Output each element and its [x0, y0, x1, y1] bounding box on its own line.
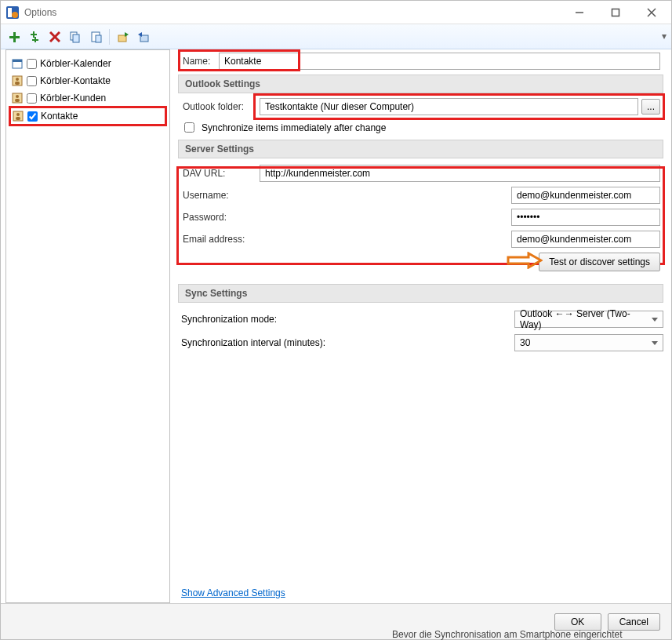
- svg-rect-1: [8, 8, 12, 17]
- tree-label: Kontakte: [41, 111, 78, 122]
- svg-rect-10: [31, 34, 37, 35]
- name-input[interactable]: [219, 53, 660, 70]
- tree-label: Körbler-Kalender: [40, 58, 111, 69]
- toolbar-copy-icon[interactable]: [67, 28, 84, 45]
- tree-item[interactable]: Körbler-Kontakte: [9, 72, 166, 89]
- toolbar: ▾: [1, 24, 671, 49]
- toolbar-overflow-icon[interactable]: ▾: [662, 31, 667, 42]
- email-input[interactable]: [511, 231, 660, 248]
- tree-item[interactable]: Körbler-Kunden: [9, 89, 166, 107]
- arrow-annotation-icon: [507, 252, 543, 269]
- section-outlook-header: Outlook Settings: [178, 75, 663, 93]
- window-title: Options: [24, 7, 56, 18]
- close-button[interactable]: [634, 2, 670, 24]
- tree-checkbox[interactable]: [27, 93, 37, 104]
- toolbar-separator: [109, 29, 110, 45]
- svg-rect-22: [13, 60, 22, 62]
- sync-mode-label: Synchronization mode:: [181, 314, 514, 325]
- ok-button[interactable]: OK: [554, 613, 601, 631]
- outlook-folder-label: Outlook folder:: [181, 101, 260, 112]
- toolbar-delete-icon[interactable]: [46, 28, 64, 45]
- minimize-button[interactable]: [561, 2, 598, 24]
- sync-immediate-checkbox[interactable]: [184, 122, 194, 133]
- contacts-icon: [11, 92, 24, 104]
- show-advanced-link[interactable]: Show Advanced Settings: [181, 587, 285, 598]
- dav-url-input[interactable]: [260, 165, 660, 182]
- toolbar-add-icon[interactable]: [5, 28, 23, 45]
- toolbar-import-icon[interactable]: [135, 28, 152, 45]
- section-sync-header: Sync Settings: [178, 284, 663, 303]
- dav-url-label: DAV URL:: [181, 168, 260, 179]
- tree-item-highlighted[interactable]: Kontakte: [9, 106, 167, 126]
- tree-checkbox[interactable]: [27, 111, 38, 122]
- svg-point-24: [16, 78, 19, 81]
- sync-interval-select[interactable]: 30: [514, 334, 663, 351]
- svg-point-27: [16, 95, 19, 98]
- sync-mode-select[interactable]: Outlook ←→ Server (Two-Way): [514, 311, 663, 328]
- titlebar: Options: [1, 1, 671, 24]
- toolbar-export-icon[interactable]: [114, 28, 132, 45]
- toolbar-paste-icon[interactable]: [87, 28, 104, 45]
- calendar-icon: [11, 57, 24, 70]
- svg-rect-16: [73, 35, 79, 42]
- svg-rect-4: [612, 9, 619, 16]
- email-label: Email address:: [181, 234, 260, 245]
- password-label: Password:: [181, 212, 260, 223]
- contacts-icon: [11, 75, 24, 87]
- maximize-button[interactable]: [598, 2, 634, 24]
- svg-rect-28: [15, 99, 20, 102]
- app-icon: [5, 5, 20, 20]
- username-input[interactable]: [511, 187, 660, 204]
- options-window: Options: [0, 0, 672, 640]
- svg-point-2: [12, 12, 18, 18]
- test-settings-button[interactable]: Test or discover settings: [539, 253, 660, 271]
- tree-checkbox[interactable]: [27, 59, 37, 69]
- password-input[interactable]: [511, 209, 660, 226]
- svg-point-30: [16, 113, 20, 116]
- svg-rect-31: [16, 117, 20, 120]
- svg-rect-18: [96, 35, 101, 42]
- cancel-button[interactable]: Cancel: [608, 613, 660, 631]
- name-label: Name:: [181, 56, 219, 67]
- username-label: Username:: [181, 190, 260, 201]
- body: Körbler-Kalender Körbler-Kontakte Körble…: [5, 49, 667, 603]
- sync-mode-value: Outlook ←→ Server (Two-Way): [520, 308, 652, 330]
- browse-folder-button[interactable]: ...: [641, 99, 660, 115]
- contacts-icon: [12, 110, 24, 122]
- svg-rect-12: [32, 39, 38, 41]
- svg-rect-8: [9, 36, 20, 38]
- profile-tree: Körbler-Kalender Körbler-Kontakte Körble…: [5, 49, 170, 603]
- svg-rect-25: [15, 82, 20, 85]
- tree-item[interactable]: Körbler-Kalender: [9, 55, 166, 72]
- chevron-down-icon: [652, 341, 658, 345]
- toolbar-add-multiple-icon[interactable]: [26, 28, 43, 45]
- tree-checkbox[interactable]: [27, 76, 37, 86]
- sync-interval-label: Synchronization interval (minutes):: [181, 337, 514, 348]
- tree-label: Körbler-Kunden: [40, 93, 106, 104]
- tree-label: Körbler-Kontakte: [40, 75, 111, 86]
- section-server-header: Server Settings: [178, 140, 663, 158]
- chevron-down-icon: [652, 318, 658, 322]
- background-text: Bevor die Synchronisation am Smartphone …: [392, 629, 623, 640]
- sync-interval-value: 30: [520, 337, 530, 348]
- sync-immediate-label: Synchronize items immediately after chan…: [202, 122, 386, 133]
- content: Name: Outlook Settings Outlook folder: .…: [175, 49, 667, 603]
- outlook-folder-input[interactable]: [260, 98, 638, 115]
